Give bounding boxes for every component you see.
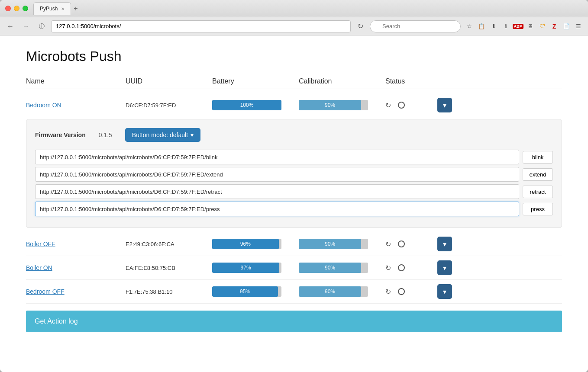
expand-btn-bedroom-on[interactable]: ▾ bbox=[437, 98, 452, 112]
refresh-icon-boiler-off[interactable] bbox=[385, 240, 391, 248]
calibration-bar-boiler-on: 90% bbox=[299, 263, 368, 273]
col-header-battery: Battery bbox=[212, 77, 299, 85]
firmware-version: 0.1.5 bbox=[99, 131, 112, 138]
battery-bar-boiler-off: 96% bbox=[212, 239, 281, 249]
window-controls bbox=[5, 6, 28, 11]
page-icon[interactable]: 📄 bbox=[561, 21, 572, 32]
uuid-bedroom-off: F1:7E:75:38:B1:10 bbox=[126, 289, 212, 295]
menu-icon[interactable]: ☰ bbox=[573, 21, 584, 32]
abp-icon[interactable]: ABP bbox=[513, 21, 523, 32]
firmware-label: Firmware Version bbox=[35, 131, 86, 138]
battery-label-bedroom-off: 95% bbox=[212, 289, 280, 295]
maximize-window-button[interactable] bbox=[23, 6, 28, 11]
calibration-label-boiler-on: 90% bbox=[299, 265, 365, 271]
col-header-name: Name bbox=[26, 77, 126, 85]
table-header: Name UUID Battery Calibration Status bbox=[26, 77, 562, 89]
tab-close-icon[interactable]: ✕ bbox=[61, 6, 65, 11]
refresh-icon-bedroom-on[interactable] bbox=[385, 101, 391, 109]
address-bar[interactable] bbox=[51, 20, 351, 32]
expand-btn-boiler-off[interactable]: ▾ bbox=[437, 237, 452, 251]
blink-button[interactable]: blink bbox=[523, 151, 553, 164]
expand-btn-bedroom-off[interactable]: ▾ bbox=[437, 284, 452, 299]
row-bedroom-on: Bedroom ON D6:CF:D7:59:7F:ED 100% bbox=[26, 93, 562, 117]
reader-icon[interactable]: 📋 bbox=[476, 21, 487, 32]
retract-button[interactable]: retract bbox=[523, 186, 553, 198]
calibration-label-boiler-off: 90% bbox=[299, 241, 365, 247]
tab-title: PyPush bbox=[40, 6, 58, 12]
status-circle-boiler-off bbox=[398, 241, 405, 247]
zotero-icon[interactable]: Z bbox=[549, 21, 559, 32]
uuid-boiler-on: EA:FE:E8:50:75:CB bbox=[126, 265, 212, 271]
device-link-boiler-on[interactable]: Boiler ON bbox=[26, 264, 52, 271]
calibration-label-bedroom-off: 90% bbox=[299, 289, 365, 295]
status-icons-boiler-off bbox=[385, 240, 437, 248]
info-button[interactable]: ⓘ bbox=[36, 20, 48, 32]
calibration-bar-bedroom-on: 90% bbox=[299, 100, 368, 110]
page-content: Microbots Push Name UUID Battery Calibra… bbox=[0, 35, 588, 372]
col-header-status: Status bbox=[385, 77, 437, 85]
api-row-blink: blink bbox=[35, 150, 553, 164]
new-tab-button[interactable]: + bbox=[74, 5, 78, 13]
extend-button[interactable]: extend bbox=[523, 168, 553, 181]
button-mode-btn[interactable]: Button mode: default ▾ bbox=[125, 128, 200, 142]
api-row-retract: retract bbox=[35, 184, 553, 199]
tab-bar: PyPush ✕ + bbox=[33, 2, 583, 15]
button-mode-label: Button mode: default bbox=[132, 131, 188, 138]
api-input-retract[interactable] bbox=[35, 184, 519, 199]
battery-bar-bedroom-on: 100% bbox=[212, 100, 281, 110]
panel-header: Firmware Version 0.1.5 Button mode: defa… bbox=[35, 128, 553, 142]
expanded-panel-bedroom-on: Firmware Version 0.1.5 Button mode: defa… bbox=[26, 119, 562, 228]
browser-window: PyPush ✕ + ← → ⓘ ↻ 🔍 ☆ 📋 ⬇ ℹ ABP 🖥 🛡 Z 📄… bbox=[0, 0, 588, 372]
monitor-icon[interactable]: 🖥 bbox=[525, 21, 535, 32]
uuid-bedroom-on: D6:CF:D7:59:7F:ED bbox=[126, 102, 212, 109]
refresh-icon-boiler-on[interactable] bbox=[385, 264, 391, 272]
title-bar: PyPush ✕ + bbox=[0, 0, 588, 17]
refresh-icon-bedroom-off[interactable] bbox=[385, 288, 391, 296]
toolbar-icons: ☆ 📋 ⬇ ℹ ABP 🖥 🛡 Z 📄 ☰ bbox=[464, 21, 584, 32]
calibration-bar-bedroom-off: 90% bbox=[299, 286, 368, 297]
row-boiler-off: Boiler OFF E2:49:C3:06:6F:CA 96% 90% bbox=[26, 232, 562, 256]
help-icon[interactable]: ℹ bbox=[501, 21, 511, 32]
row-boiler-on: Boiler ON EA:FE:E8:50:75:CB 97% 90% bbox=[26, 256, 562, 280]
calibration-label-bedroom-on: 90% bbox=[299, 102, 365, 108]
battery-bar-bedroom-off: 95% bbox=[212, 286, 281, 297]
close-window-button[interactable] bbox=[5, 6, 11, 11]
action-log-button[interactable]: Get Action log bbox=[26, 311, 562, 332]
bookmark-icon[interactable]: ☆ bbox=[464, 21, 475, 32]
api-row-extend: extend bbox=[35, 167, 553, 182]
back-button[interactable]: ← bbox=[4, 20, 16, 32]
api-row-press: press bbox=[35, 202, 553, 216]
browser-tab[interactable]: PyPush ✕ bbox=[33, 2, 71, 15]
row-bedroom-off: Bedroom OFF F1:7E:75:38:B1:10 95% 90% bbox=[26, 280, 562, 304]
col-header-uuid: UUID bbox=[126, 77, 212, 85]
col-header-calibration: Calibration bbox=[299, 77, 385, 85]
reload-button[interactable]: ↻ bbox=[354, 20, 366, 32]
api-input-extend[interactable] bbox=[35, 167, 519, 182]
device-link-bedroom-on[interactable]: Bedroom ON bbox=[26, 102, 61, 109]
col-header-actions bbox=[437, 77, 463, 85]
device-link-boiler-off[interactable]: Boiler OFF bbox=[26, 241, 55, 247]
status-icons-bedroom-off bbox=[385, 288, 437, 296]
table-row: Bedroom ON D6:CF:D7:59:7F:ED 100% bbox=[26, 93, 562, 228]
api-input-press[interactable] bbox=[35, 202, 519, 216]
download-icon[interactable]: ⬇ bbox=[488, 21, 499, 32]
microbots-table: Name UUID Battery Calibration Status Bed… bbox=[26, 77, 562, 304]
status-circle-bedroom-off bbox=[398, 288, 405, 295]
status-circle-boiler-on bbox=[398, 264, 405, 271]
search-wrapper: 🔍 bbox=[370, 20, 461, 32]
shield-icon[interactable]: 🛡 bbox=[537, 21, 547, 32]
status-circle-bedroom-on bbox=[398, 102, 405, 109]
forward-button[interactable]: → bbox=[20, 20, 32, 32]
expand-btn-boiler-on[interactable]: ▾ bbox=[437, 260, 452, 275]
minimize-window-button[interactable] bbox=[14, 6, 19, 11]
chevron-down-icon: ▾ bbox=[191, 131, 194, 138]
press-button[interactable]: press bbox=[523, 203, 553, 215]
device-link-bedroom-off[interactable]: Bedroom OFF bbox=[26, 288, 65, 295]
api-input-blink[interactable] bbox=[35, 150, 519, 164]
status-icons-bedroom-on bbox=[385, 101, 437, 109]
battery-label-bedroom-on: 100% bbox=[212, 102, 281, 108]
nav-bar: ← → ⓘ ↻ 🔍 ☆ 📋 ⬇ ℹ ABP 🖥 🛡 Z 📄 ☰ bbox=[0, 17, 588, 35]
battery-label-boiler-on: 97% bbox=[212, 265, 281, 271]
uuid-boiler-off: E2:49:C3:06:6F:CA bbox=[126, 241, 212, 247]
search-input[interactable] bbox=[370, 20, 461, 32]
